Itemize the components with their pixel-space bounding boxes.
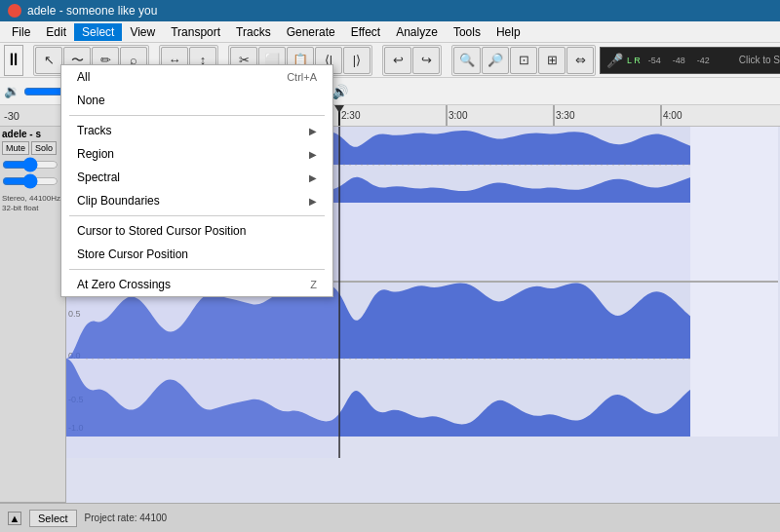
zero-crossings-item[interactable]: At Zero Crossings Z — [61, 273, 332, 296]
title-text: adele - someone like you — [27, 4, 157, 18]
select-tracks-item[interactable]: Tracks ▶ — [61, 119, 332, 142]
select-spectral-item[interactable]: Spectral ▶ — [61, 166, 332, 189]
undo-button[interactable]: ↩ — [384, 47, 411, 74]
gain-label: -30 — [4, 110, 20, 122]
menu-generate[interactable]: Generate — [279, 23, 343, 41]
app-icon — [8, 4, 21, 18]
track1-header: adele - s Mute Solo Stereo, 44100Hz 32-b… — [0, 127, 65, 503]
track1-name: adele - s — [2, 129, 63, 139]
zoom-tog-button[interactable]: ⇔ — [566, 47, 594, 74]
db-48: -48 — [673, 56, 685, 65]
menu-sep-2 — [69, 215, 325, 216]
zoom-sel-button[interactable]: ⊞ — [538, 47, 566, 74]
menu-effect[interactable]: Effect — [343, 23, 388, 41]
silence-button[interactable]: |⟩ — [343, 47, 370, 74]
select-clip-boundaries-label: Clip Boundaries — [77, 194, 160, 208]
menu-bar: File Edit Select View Transport Tracks G… — [0, 21, 780, 43]
zoom-out-button[interactable]: 🔎 — [482, 47, 509, 74]
cursor-tool-button[interactable]: ↖ — [35, 47, 62, 74]
select-all-label: All — [77, 70, 90, 84]
tool-group-undo: ↩ ↪ — [382, 45, 442, 76]
svg-text:3:00: 3:00 — [448, 110, 468, 121]
db-54: -54 — [648, 56, 661, 65]
track-panel: -30 adele - s Mute Solo Stereo, 44100Hz … — [0, 105, 66, 503]
mic-icon: 🎤 — [606, 53, 623, 68]
cursor-to-stored-item[interactable]: Cursor to Stored Cursor Position — [61, 219, 332, 243]
select-all-item[interactable]: All Ctrl+A — [61, 65, 332, 89]
status-bar: ▲ Select Project rate: 44100 — [0, 503, 780, 532]
track-bit-depth: 32-bit float — [2, 204, 38, 212]
clip-boundaries-arrow-icon: ▶ — [309, 196, 317, 207]
track1-gain-slider[interactable] — [2, 159, 58, 171]
menu-tracks[interactable]: Tracks — [228, 23, 279, 41]
svg-rect-30 — [690, 127, 778, 281]
menu-view[interactable]: View — [122, 23, 163, 41]
menu-select[interactable]: Select — [74, 23, 122, 41]
svg-text:2:30: 2:30 — [341, 110, 361, 121]
track1-info: Stereo, 44100Hz 32-bit float — [2, 194, 63, 214]
mute-button[interactable]: Mute — [2, 141, 29, 155]
track1-pan — [2, 175, 63, 190]
solo-button[interactable]: Solo — [31, 141, 57, 155]
menu-tools[interactable]: Tools — [446, 23, 488, 41]
redo-button[interactable]: ↪ — [412, 47, 440, 74]
speaker-icon[interactable]: 🔊 — [332, 84, 348, 99]
select-all-shortcut: Ctrl+A — [287, 71, 317, 83]
select-dropdown-menu: All Ctrl+A None Tracks ▶ Region ▶ Spectr… — [60, 64, 333, 297]
select-spectral-label: Spectral — [77, 171, 120, 184]
svg-text:3:30: 3:30 — [556, 110, 575, 121]
store-cursor-item[interactable]: Store Cursor Position — [61, 243, 332, 266]
expand-icon[interactable]: ▲ — [8, 512, 21, 525]
select-region-item[interactable]: Region ▶ — [61, 142, 332, 166]
zoom-in-button[interactable]: 🔍 — [453, 47, 481, 74]
select-none-label: None — [77, 94, 105, 107]
svg-rect-31 — [690, 283, 778, 437]
zoom-fit-button[interactable]: ⊡ — [510, 47, 537, 74]
title-bar: adele - someone like you — [0, 0, 780, 21]
monitoring-bar: 🎤 L R -54 -48 -42 Click to Start Monitor… — [600, 47, 780, 74]
status-info: Project rate: 44100 — [85, 513, 168, 523]
spectral-arrow-icon: ▶ — [309, 172, 317, 183]
ruler-corner: -30 — [0, 105, 65, 127]
pause-button[interactable]: ⏸ — [4, 45, 23, 76]
svg-text:4:00: 4:00 — [663, 110, 682, 121]
track1-volume — [2, 159, 63, 173]
menu-sep-1 — [69, 115, 325, 116]
cursor-to-stored-label: Cursor to Stored Cursor Position — [77, 224, 246, 238]
menu-transport[interactable]: Transport — [163, 23, 228, 41]
track1-buttons: Mute Solo — [2, 141, 63, 155]
tool-group-zoom: 🔍 🔎 ⊡ ⊞ ⇔ — [451, 45, 596, 76]
zero-crossings-shortcut: Z — [310, 279, 317, 290]
track-sample-rate: Stereo, 44100Hz — [2, 194, 60, 203]
select-clip-boundaries-item[interactable]: Clip Boundaries ▶ — [61, 189, 332, 212]
select-status-button[interactable]: Select — [29, 510, 77, 527]
menu-help[interactable]: Help — [488, 23, 528, 41]
select-region-label: Region — [77, 147, 114, 161]
monitor-start-label[interactable]: Click to Start Monitoring — [718, 55, 780, 65]
zero-crossings-label: At Zero Crossings — [77, 278, 171, 291]
select-none-item[interactable]: None — [61, 89, 332, 112]
menu-file[interactable]: File — [4, 23, 38, 41]
vol-down-icon[interactable]: 🔉 — [4, 84, 20, 98]
menu-analyze[interactable]: Analyze — [388, 23, 446, 41]
menu-edit[interactable]: Edit — [38, 23, 74, 41]
track1-pan-slider[interactable] — [2, 175, 58, 187]
region-arrow-icon: ▶ — [309, 149, 317, 160]
db-42: -42 — [697, 56, 710, 65]
menu-sep-3 — [69, 269, 325, 270]
lr-label: L R — [627, 56, 641, 65]
store-cursor-label: Store Cursor Position — [77, 247, 188, 261]
tracks-arrow-icon: ▶ — [309, 126, 317, 136]
select-tracks-label: Tracks — [77, 124, 112, 137]
